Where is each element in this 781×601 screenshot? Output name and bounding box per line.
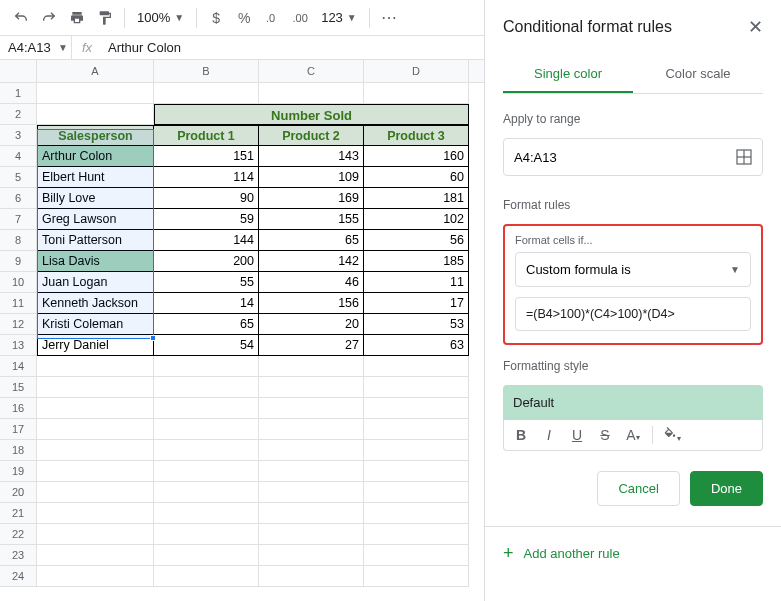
cancel-button[interactable]: Cancel	[597, 471, 679, 506]
row-header[interactable]: 24	[0, 566, 37, 587]
row-header[interactable]: 15	[0, 377, 37, 398]
table-cell[interactable]: Lisa Davis	[37, 251, 154, 272]
row-header[interactable]: 2	[0, 104, 37, 125]
name-box[interactable]: A4:A13 ▼	[0, 36, 72, 59]
row-header[interactable]: 9	[0, 251, 37, 272]
row-header[interactable]: 18	[0, 440, 37, 461]
row-header[interactable]: 8	[0, 230, 37, 251]
select-range-icon[interactable]	[736, 149, 752, 165]
row-header[interactable]: 14	[0, 356, 37, 377]
table-cell[interactable]: 142	[259, 251, 364, 272]
table-cell[interactable]: Billy Love	[37, 188, 154, 209]
table-cell[interactable]: 53	[364, 314, 469, 335]
text-color-button[interactable]: A▾	[624, 427, 642, 443]
header-cell[interactable]: Product 1	[154, 125, 259, 146]
row-header[interactable]: 17	[0, 419, 37, 440]
close-icon[interactable]: ✕	[748, 16, 763, 38]
table-cell[interactable]: 11	[364, 272, 469, 293]
increase-decimal-icon[interactable]: .00	[287, 5, 313, 31]
bold-button[interactable]: B	[512, 427, 530, 443]
header-cell[interactable]: Product 2	[259, 125, 364, 146]
table-cell[interactable]: 46	[259, 272, 364, 293]
underline-button[interactable]: U	[568, 427, 586, 443]
row-header[interactable]: 6	[0, 188, 37, 209]
table-cell[interactable]: 155	[259, 209, 364, 230]
done-button[interactable]: Done	[690, 471, 763, 506]
table-cell[interactable]: 60	[364, 167, 469, 188]
table-cell[interactable]: 156	[259, 293, 364, 314]
table-cell[interactable]: 144	[154, 230, 259, 251]
print-icon[interactable]	[64, 5, 90, 31]
decrease-decimal-icon[interactable]: .0	[259, 5, 285, 31]
table-cell[interactable]: Elbert Hunt	[37, 167, 154, 188]
table-cell[interactable]: Juan Logan	[37, 272, 154, 293]
percent-icon[interactable]: %	[231, 5, 257, 31]
strikethrough-button[interactable]: S	[596, 427, 614, 443]
row-header[interactable]: 16	[0, 398, 37, 419]
table-cell[interactable]: 160	[364, 146, 469, 167]
table-cell[interactable]: Kristi Coleman	[37, 314, 154, 335]
table-cell[interactable]: 54	[154, 335, 259, 356]
table-cell[interactable]: 181	[364, 188, 469, 209]
currency-icon[interactable]: $	[203, 5, 229, 31]
spreadsheet-grid[interactable]: A B C D 12Number Sold3SalespersonProduct…	[0, 60, 484, 601]
tab-single-color[interactable]: Single color	[503, 56, 633, 93]
row-header[interactable]: 3	[0, 125, 37, 146]
row-header[interactable]: 21	[0, 503, 37, 524]
row-header[interactable]: 19	[0, 461, 37, 482]
table-cell[interactable]: Arthur Colon	[37, 146, 154, 167]
merged-header[interactable]: Number Sold	[154, 104, 469, 125]
table-cell[interactable]: 200	[154, 251, 259, 272]
row-header[interactable]: 7	[0, 209, 37, 230]
zoom-select[interactable]: 100%▼	[131, 10, 190, 25]
table-cell[interactable]: Kenneth Jackson	[37, 293, 154, 314]
custom-formula-input[interactable]: =(B4>100)*(C4>100)*(D4>	[515, 297, 751, 331]
col-header[interactable]: B	[154, 60, 259, 82]
header-cell[interactable]: Product 3	[364, 125, 469, 146]
table-cell[interactable]: 14	[154, 293, 259, 314]
table-cell[interactable]: 185	[364, 251, 469, 272]
paint-format-icon[interactable]	[92, 5, 118, 31]
row-header[interactable]: 1	[0, 83, 37, 104]
row-header[interactable]: 22	[0, 524, 37, 545]
table-cell[interactable]: 90	[154, 188, 259, 209]
table-cell[interactable]: 56	[364, 230, 469, 251]
table-cell[interactable]: Greg Lawson	[37, 209, 154, 230]
style-preview[interactable]: Default	[503, 385, 763, 420]
col-header[interactable]: A	[37, 60, 154, 82]
row-header[interactable]: 11	[0, 293, 37, 314]
row-header[interactable]: 4	[0, 146, 37, 167]
table-cell[interactable]: 20	[259, 314, 364, 335]
row-header[interactable]: 12	[0, 314, 37, 335]
table-cell[interactable]: 151	[154, 146, 259, 167]
table-cell[interactable]: 109	[259, 167, 364, 188]
table-cell[interactable]: 27	[259, 335, 364, 356]
row-header[interactable]: 20	[0, 482, 37, 503]
italic-button[interactable]: I	[540, 427, 558, 443]
select-all-corner[interactable]	[0, 60, 37, 82]
row-header[interactable]: 10	[0, 272, 37, 293]
row-header[interactable]: 23	[0, 545, 37, 566]
table-cell[interactable]: Jerry Daniel	[37, 335, 154, 356]
table-cell[interactable]: 59	[154, 209, 259, 230]
col-header[interactable]: D	[364, 60, 469, 82]
fill-color-button[interactable]: ▾	[663, 427, 681, 444]
range-input[interactable]: A4:A13	[503, 138, 763, 176]
table-cell[interactable]: 63	[364, 335, 469, 356]
more-icon[interactable]: ⋯	[376, 5, 402, 31]
tab-color-scale[interactable]: Color scale	[633, 56, 763, 93]
undo-icon[interactable]	[8, 5, 34, 31]
table-cell[interactable]: 102	[364, 209, 469, 230]
table-cell[interactable]: 17	[364, 293, 469, 314]
formula-input[interactable]: Arthur Colon	[102, 40, 187, 55]
condition-dropdown[interactable]: Custom formula is▼	[515, 252, 751, 287]
table-cell[interactable]: 65	[259, 230, 364, 251]
col-header[interactable]: C	[259, 60, 364, 82]
table-cell[interactable]: 65	[154, 314, 259, 335]
row-header[interactable]: 5	[0, 167, 37, 188]
header-cell[interactable]: Salesperson	[37, 125, 154, 146]
row-header[interactable]: 13	[0, 335, 37, 356]
add-another-rule[interactable]: + Add another rule	[503, 543, 763, 564]
table-cell[interactable]: 143	[259, 146, 364, 167]
table-cell[interactable]: Toni Patterson	[37, 230, 154, 251]
